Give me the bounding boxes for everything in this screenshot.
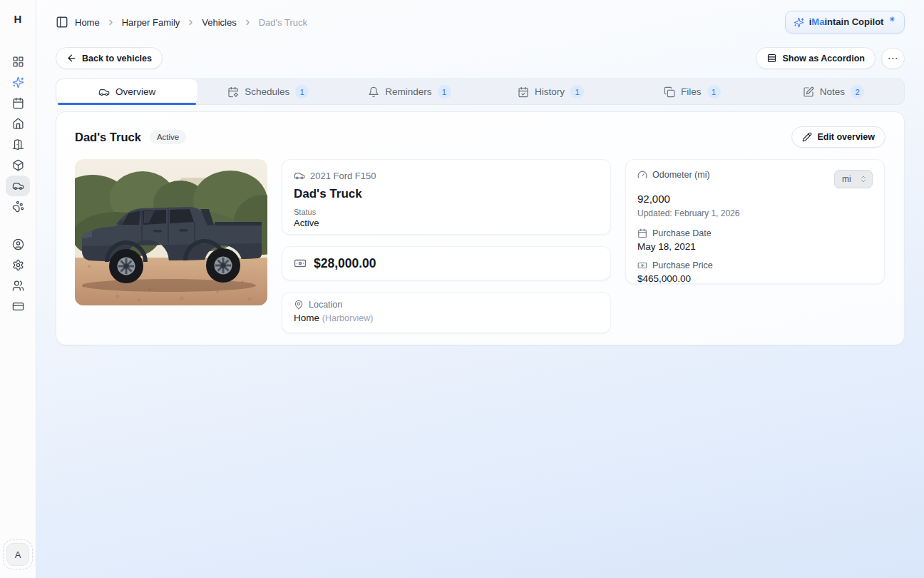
tab-label: Files xyxy=(681,86,702,97)
layout-grid-icon xyxy=(12,56,24,68)
accordion-button-label: Show as Accordion xyxy=(782,54,865,64)
truck-image xyxy=(75,159,267,305)
user-avatar-frame: A xyxy=(3,539,33,569)
location-card: Location Home (Harborview) xyxy=(282,292,611,333)
tab-count-badge: 2 xyxy=(851,85,864,98)
paw-print-icon xyxy=(12,201,24,213)
tab-overview[interactable]: Overview xyxy=(56,79,197,104)
breadcrumb-family[interactable]: Harper Family xyxy=(122,17,180,28)
vehicle-status-label: Status xyxy=(294,208,599,216)
ellipsis-icon: ⋯ xyxy=(888,52,899,65)
package-icon xyxy=(12,159,24,171)
sidebar-item-home[interactable] xyxy=(6,113,30,134)
sidebar: H xyxy=(0,0,36,578)
tab-label: Reminders xyxy=(385,86,431,97)
banknote-icon xyxy=(637,260,647,270)
purchase-date-value: May 18, 2021 xyxy=(637,241,873,252)
back-button-label: Back to vehicles xyxy=(82,54,152,64)
breadcrumb: Home Harper Family Vehicles Dad's Truck xyxy=(56,16,307,29)
location-detail: (Harborview) xyxy=(322,313,374,323)
breadcrumb-home[interactable]: Home xyxy=(75,17,100,28)
page-title: Dad's Truck xyxy=(75,131,141,144)
purchase-date-label: Purchase Date xyxy=(652,228,712,238)
sidebar-item-rooms[interactable] xyxy=(6,134,30,155)
vehicle-subtitle: 2021 Ford F150 xyxy=(310,171,376,181)
tab-reminders[interactable]: Reminders 1 xyxy=(339,79,480,104)
bell-icon xyxy=(368,86,379,98)
copilot-badge-icon: ✳ xyxy=(889,16,895,23)
status-badge: Active xyxy=(150,130,186,144)
sidebar-item-billing[interactable] xyxy=(6,296,30,317)
sidebar-item-pets[interactable] xyxy=(6,196,30,217)
sidebar-item-members[interactable] xyxy=(6,275,30,296)
copilot-label: iMaintain Copilot xyxy=(809,16,884,27)
odometer-label: Odometer (mi) xyxy=(652,170,710,180)
tab-label: Notes xyxy=(820,86,845,97)
tab-count-badge: 1 xyxy=(707,85,721,98)
users-icon xyxy=(12,280,24,292)
back-to-vehicles-button[interactable]: Back to vehicles xyxy=(56,47,163,69)
sidebar-item-vehicles[interactable] xyxy=(6,176,30,196)
tab-schedules[interactable]: Schedules 1 xyxy=(197,79,339,104)
edit-button-label: Edit overview xyxy=(817,132,875,142)
breadcrumb-current: Dad's Truck xyxy=(259,17,307,28)
main-content: Home Harper Family Vehicles Dad's Truck … xyxy=(36,0,924,345)
chevron-right-icon xyxy=(186,18,195,27)
calendar-icon xyxy=(637,228,647,238)
gear-icon xyxy=(12,259,24,271)
vehicle-status-value: Active xyxy=(294,218,599,228)
home-icon xyxy=(12,118,24,130)
odometer-unit-value: mi xyxy=(842,174,851,184)
chevrons-up-down-icon xyxy=(859,175,868,183)
sidebar-item-copilot[interactable] xyxy=(6,72,30,93)
vehicle-photo xyxy=(75,159,267,305)
overview-panel: Dad's Truck Active Edit overview xyxy=(56,111,905,345)
location-value: Home xyxy=(294,313,319,323)
header-row: Home Harper Family Vehicles Dad's Truck … xyxy=(56,11,905,34)
sidebar-nav xyxy=(6,51,30,317)
car-icon xyxy=(98,86,110,98)
odometer-value: 92,000 xyxy=(637,193,873,205)
tab-count-badge: 1 xyxy=(570,85,584,98)
more-options-button[interactable]: ⋯ xyxy=(881,48,905,69)
sparkles-icon xyxy=(794,17,804,28)
location-label: Location xyxy=(309,300,342,310)
sidebar-item-inventory[interactable] xyxy=(6,155,30,176)
vehicle-info-card: 2021 Ford F150 Dad's Truck Status Active xyxy=(282,159,611,235)
tab-bar: Overview Schedules 1 Reminders 1 History… xyxy=(56,78,905,105)
tab-notes[interactable]: Notes 2 xyxy=(763,79,904,104)
tab-count-badge: 1 xyxy=(438,85,451,98)
tab-label: Overview xyxy=(115,86,155,97)
sidebar-item-dashboard[interactable] xyxy=(6,51,30,72)
credit-card-icon xyxy=(12,300,24,313)
sidebar-item-account[interactable] xyxy=(6,234,30,255)
vehicle-name: Dad's Truck xyxy=(294,187,599,201)
copilot-button[interactable]: iMaintain Copilot ✳ xyxy=(785,11,905,34)
purchase-price-label: Purchase Price xyxy=(652,260,713,270)
map-pin-icon xyxy=(294,300,304,310)
gauge-icon xyxy=(637,170,647,180)
sparkles-icon xyxy=(12,76,24,88)
sidebar-item-settings[interactable] xyxy=(6,255,30,275)
odometer-unit-select[interactable]: mi xyxy=(834,170,873,188)
sidebar-item-calendar[interactable] xyxy=(6,93,30,113)
calendar-cog-icon xyxy=(227,86,239,98)
note-pen-icon xyxy=(803,86,814,98)
calendar-check-icon xyxy=(518,86,529,98)
banknote-icon xyxy=(294,257,307,270)
show-as-accordion-button[interactable]: Show as Accordion xyxy=(756,47,876,69)
breadcrumb-vehicles[interactable]: Vehicles xyxy=(202,17,236,28)
edit-overview-button[interactable]: Edit overview xyxy=(791,126,885,148)
value-card: $28,000.00 xyxy=(282,246,611,280)
tab-history[interactable]: History 1 xyxy=(481,79,622,104)
pencil-icon xyxy=(802,132,812,142)
rows-icon xyxy=(766,53,777,64)
chevron-right-icon xyxy=(243,18,252,27)
files-icon xyxy=(664,86,675,98)
user-avatar[interactable]: A xyxy=(6,543,29,566)
panel-left-icon[interactable] xyxy=(56,16,68,29)
door-open-icon xyxy=(12,138,24,151)
user-circle-icon xyxy=(12,238,24,250)
tab-files[interactable]: Files 1 xyxy=(622,79,763,104)
tab-count-badge: 1 xyxy=(295,85,309,98)
